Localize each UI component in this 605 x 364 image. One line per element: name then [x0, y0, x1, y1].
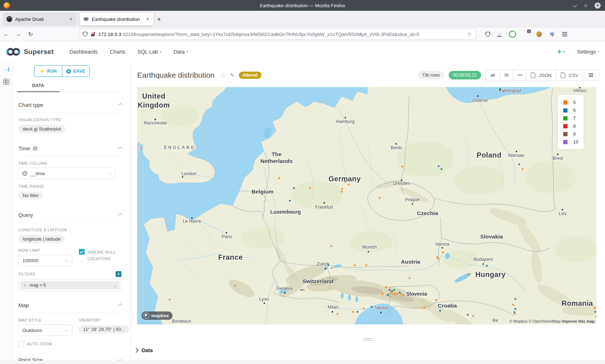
- tab-earthquake-distribution[interactable]: Earthquake distribution ×: [80, 13, 153, 26]
- tracking-protection-shield-icon[interactable]: [83, 32, 88, 37]
- legend-label: 7: [573, 115, 576, 121]
- data-point: [441, 168, 443, 170]
- city-dot: [332, 311, 333, 313]
- forward-icon[interactable]: →: [12, 31, 24, 37]
- protections-shield-icon[interactable]: [485, 31, 490, 37]
- export-json-button[interactable]: .JSON: [526, 70, 556, 81]
- resize-drag-handle[interactable]: [363, 338, 373, 341]
- url-input[interactable]: 172.18.0.3:32108/superset/explore/?form_…: [79, 29, 475, 39]
- nav-dashboards[interactable]: Dashboards: [70, 49, 98, 55]
- legend-row[interactable]: 6: [563, 108, 578, 113]
- tab-apache-druid[interactable]: Apache Druid ×: [3, 13, 77, 26]
- map-attribution: © Mapbox © OpenStreetMap Improve this ma…: [510, 319, 595, 323]
- settings-menu[interactable]: Settings▾: [577, 49, 599, 55]
- viewport-value[interactable]: 11° 28' 29.70" | 50...: [79, 325, 129, 333]
- expand-panel-icon[interactable]: →|: [3, 66, 9, 72]
- cookie-extension-icon[interactable]: [536, 31, 542, 37]
- copy-link-button[interactable]: [486, 70, 500, 81]
- nav-charts[interactable]: Charts: [110, 49, 125, 55]
- city-dot: [323, 202, 325, 204]
- add-filter-button[interactable]: +: [116, 271, 121, 277]
- filter-chip[interactable]: × mag > 5 ›: [20, 281, 120, 290]
- legend-row[interactable]: 8: [563, 123, 578, 129]
- map-style-select[interactable]: Outdoors: [18, 324, 72, 336]
- mapbox-logo[interactable]: mapbox: [142, 311, 172, 320]
- data-point: [442, 252, 444, 254]
- window-maximize-icon[interactable]: ◇: [584, 3, 587, 8]
- data-point: [403, 294, 404, 296]
- superset-brand[interactable]: Superset: [6, 47, 54, 56]
- data-point: [331, 267, 333, 269]
- map-label: Czechia: [417, 210, 438, 217]
- checkbox-empty-icon[interactable]: [18, 341, 24, 347]
- data-point: [438, 165, 440, 167]
- superset-navbar: Superset Dashboards Charts SQL Lab▾ Data…: [0, 41, 605, 63]
- time-range-value[interactable]: No filter: [18, 191, 43, 200]
- legend-row[interactable]: 5: [563, 100, 578, 105]
- edit-properties-icon[interactable]: ✎: [230, 72, 234, 78]
- bookmark-star-icon[interactable]: ☆: [467, 31, 472, 37]
- city-dot: [284, 292, 286, 294]
- map-overlay: United KingdomENGLANDESThe NetherlandsBe…: [137, 87, 596, 324]
- data-point: [514, 313, 516, 315]
- email-button[interactable]: ✉: [500, 70, 513, 81]
- query-timer-badge: 00:00:03.21: [449, 71, 481, 79]
- export-csv-button[interactable]: .CSV: [556, 70, 583, 81]
- chevron-right-icon[interactable]: ›: [110, 282, 120, 288]
- tab-data[interactable]: DATA: [17, 81, 59, 92]
- more-options-button[interactable]: [583, 70, 599, 81]
- downloads-icon[interactable]: ↓: [497, 32, 502, 37]
- legend-row[interactable]: 7: [563, 115, 578, 121]
- improve-map-link[interactable]: Improve this map: [562, 319, 595, 323]
- chevron-down-icon: ▾: [563, 50, 565, 54]
- firefox-menu-icon[interactable]: [562, 32, 567, 36]
- insecure-lock-icon[interactable]: [91, 32, 95, 37]
- data-point: [522, 168, 524, 170]
- time-column-select[interactable]: __time: [18, 168, 116, 179]
- datasource-grid-icon[interactable]: [3, 79, 9, 85]
- data-point: [337, 313, 339, 315]
- run-button[interactable]: ⚡RUN: [35, 66, 62, 77]
- map-label: Be: [492, 318, 498, 324]
- deckgl-map[interactable]: United KingdomENGLANDESThe NetherlandsBe…: [137, 87, 596, 324]
- reload-icon[interactable]: ↻: [24, 31, 37, 38]
- section-map[interactable]: Map: [18, 291, 121, 313]
- data-point: [424, 307, 425, 309]
- new-tab-button[interactable]: +: [157, 15, 161, 23]
- colorful-extension-icon[interactable]: [549, 31, 555, 37]
- city-label: Geneva: [277, 286, 292, 292]
- legend-row[interactable]: 9: [563, 131, 578, 137]
- data-point: [467, 314, 469, 316]
- row-limit-select[interactable]: 100000: [18, 255, 72, 266]
- altered-badge[interactable]: Altered: [239, 72, 261, 79]
- save-button[interactable]: +SAVE: [62, 66, 90, 77]
- map-label: Switzerland: [302, 278, 333, 285]
- window-close-icon[interactable]: ×: [595, 3, 601, 9]
- auto-zoom-checkbox-row[interactable]: AUTO ZOOM: [18, 341, 121, 347]
- checkbox-checked-icon[interactable]: [79, 249, 85, 255]
- section-chart-type[interactable]: Chart type: [18, 92, 121, 112]
- city-label: Prague: [405, 197, 420, 203]
- lonlat-value[interactable]: longitude | latitude: [18, 235, 65, 243]
- data-point: [331, 245, 332, 247]
- map-label: Slovenia: [406, 291, 427, 297]
- viz-type-value[interactable]: deck.gl Scatterplot: [18, 125, 66, 133]
- nav-data[interactable]: Data▾: [174, 49, 188, 55]
- tab-close-icon[interactable]: ×: [145, 16, 150, 22]
- view-query-button[interactable]: <>: [513, 70, 526, 81]
- tab-close-icon[interactable]: ×: [69, 16, 73, 22]
- favorite-star-icon[interactable]: ☆: [220, 72, 226, 79]
- remove-filter-icon[interactable]: ×: [20, 283, 30, 288]
- legend-row[interactable]: 10: [563, 139, 578, 145]
- section-query[interactable]: Query: [18, 200, 121, 222]
- section-time[interactable]: Timei: [18, 133, 121, 156]
- extension-privacy-icon[interactable]: [509, 31, 516, 38]
- add-new-button[interactable]: +▾: [557, 47, 565, 56]
- data-panel-toggle[interactable]: Data: [131, 342, 605, 353]
- ublock-extension-icon[interactable]: 2: [523, 31, 529, 37]
- nav-sql-lab[interactable]: SQL Lab▾: [138, 49, 161, 55]
- tab-label: Earthquake distribution: [92, 17, 143, 22]
- back-icon[interactable]: ←: [0, 31, 12, 37]
- city-dot: [562, 209, 563, 210]
- ignore-null-checkbox-row[interactable]: IGNORE NULL LOCATIONS: [79, 249, 121, 262]
